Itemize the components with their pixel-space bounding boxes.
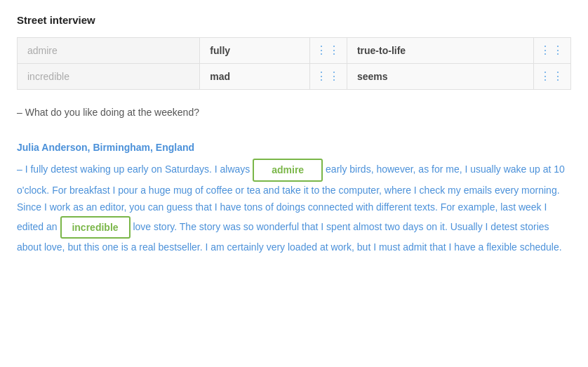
word-right-1: true-to-life bbox=[347, 38, 533, 64]
word-middle-1: fully bbox=[200, 38, 310, 64]
drag-icon-3: ⋮⋮ bbox=[316, 71, 341, 82]
word-middle-2: mad bbox=[200, 64, 310, 90]
word-table: admire fully ⋮⋮ true-to-life ⋮⋮ incredib… bbox=[17, 37, 571, 90]
blank1-input[interactable]: admire bbox=[253, 159, 323, 182]
dots-middle-1: ⋮⋮ bbox=[309, 38, 347, 64]
word-right-2: seems bbox=[347, 64, 533, 90]
dots-right-1: ⋮⋮ bbox=[534, 38, 571, 64]
drag-icon-4: ⋮⋮ bbox=[540, 71, 565, 82]
passage: – I fully detest waking up early on Satu… bbox=[17, 159, 571, 256]
dots-right-2: ⋮⋮ bbox=[534, 64, 571, 90]
person-info: Julia Anderson, Birmingham, England bbox=[17, 142, 571, 153]
drag-icon-2: ⋮⋮ bbox=[540, 45, 565, 56]
passage-before-blank1: – I fully detest waking up early on Satu… bbox=[17, 164, 253, 175]
dots-middle-2: ⋮⋮ bbox=[309, 64, 347, 90]
blank2-input[interactable]: incredible bbox=[60, 216, 131, 239]
word-left-1: admire bbox=[18, 38, 200, 64]
table-row: incredible mad ⋮⋮ seems ⋮⋮ bbox=[18, 64, 571, 90]
drag-icon: ⋮⋮ bbox=[316, 45, 341, 56]
table-row: admire fully ⋮⋮ true-to-life ⋮⋮ bbox=[18, 38, 571, 64]
question: – What do you like doing at the weekend? bbox=[17, 107, 571, 118]
page-title: Street interview bbox=[17, 14, 571, 26]
word-left-2: incredible bbox=[18, 64, 200, 90]
